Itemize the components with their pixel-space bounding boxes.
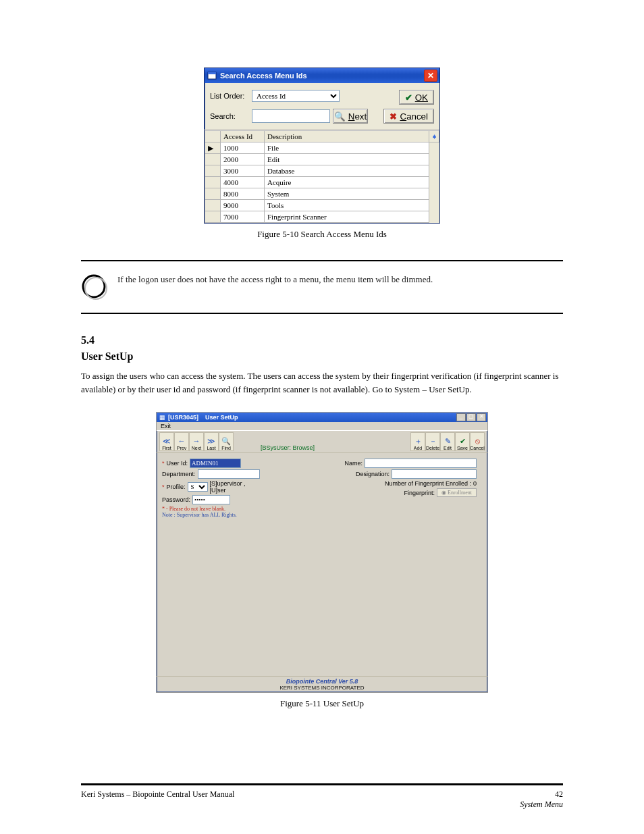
- check-icon: ✔: [405, 93, 412, 103]
- search-label: Search:: [210, 112, 248, 120]
- name-label: Name:: [344, 460, 363, 467]
- edit-icon: ✎: [445, 438, 451, 445]
- maximize-icon[interactable]: ▢: [466, 413, 476, 421]
- last-icon: ≫: [207, 438, 215, 445]
- password-field[interactable]: [192, 495, 230, 504]
- prev-icon: ←: [178, 438, 186, 445]
- prev-button[interactable]: ←Prev: [174, 432, 189, 451]
- save-button[interactable]: ✔Save: [455, 432, 470, 451]
- results-grid: Access Id Description ▴ ▾ ▶1000File 2000…: [205, 130, 439, 223]
- row-pointer-icon: ▶: [205, 142, 221, 154]
- designation-field[interactable]: [392, 469, 477, 479]
- table-row[interactable]: 8000System: [205, 188, 439, 200]
- note-text-lead: If the logon user does not have the acce…: [117, 274, 358, 284]
- fp-enrolled-value: 0: [473, 480, 477, 487]
- search-input[interactable]: [252, 109, 330, 123]
- page-footer: Keri Systems – Biopointe Central User Ma…: [81, 783, 563, 810]
- user-titlebar: ▦ [USR3045] User SetUp _ ▢ ✕: [157, 413, 487, 422]
- ok-button[interactable]: ✔ OK: [399, 90, 434, 105]
- note-text-tail: item will be dimmed.: [358, 274, 433, 284]
- section-number: 5.4: [81, 334, 563, 346]
- window-code: [USR3045]: [168, 414, 198, 421]
- scroll-down-icon[interactable]: ▾: [429, 132, 439, 142]
- status-bar: Biopointe Central Ver 5.8 KERI SYSTEMS I…: [157, 676, 487, 692]
- next-button[interactable]: →Next: [189, 432, 204, 451]
- list-order-label: List Order:: [210, 92, 248, 100]
- company-label: KERI SYSTEMS INCORPORATED: [157, 685, 487, 691]
- delete-icon: －: [429, 438, 437, 445]
- table-row[interactable]: 2000Edit: [205, 154, 439, 165]
- hint-supervisor: Note : Supervisor has ALL Rights.: [162, 512, 263, 518]
- menu-exit[interactable]: Exit: [157, 422, 487, 430]
- close-icon[interactable]: ✕: [477, 413, 486, 421]
- user-id-field[interactable]: [190, 459, 241, 468]
- check-icon: ✔: [460, 438, 466, 445]
- search-titlebar: Search Access Menu Ids ✕: [205, 68, 439, 83]
- table-row[interactable]: 7000Fingerprint Scanner: [205, 211, 439, 223]
- note-circle-icon: [81, 273, 108, 301]
- section-title: User SetUp: [81, 350, 563, 363]
- figure-user-setup: ▦ [USR3045] User SetUp _ ▢ ✕ Exit ≪First…: [81, 412, 563, 709]
- next-icon: →: [193, 438, 200, 445]
- list-order-select[interactable]: Access Id: [252, 90, 340, 102]
- window-title: User SetUp: [205, 414, 238, 421]
- enrollment-button[interactable]: ◉ Enrollment: [437, 488, 477, 497]
- close-icon[interactable]: ✕: [424, 70, 437, 82]
- mode-label: [BSysUser: Browse]: [234, 444, 410, 451]
- next-button[interactable]: 🔍 Next: [333, 109, 368, 124]
- designation-label: Designation:: [356, 471, 390, 477]
- hint-required: * - Please do not leave blank.: [162, 506, 263, 512]
- divider: [81, 313, 563, 314]
- footer-title: Keri Systems – Biopointe Central User Ma…: [81, 789, 234, 800]
- footer-section: System Menu: [520, 800, 563, 810]
- table-row[interactable]: 3000Database: [205, 165, 439, 177]
- note-callout: If the logon user does not have the acce…: [81, 273, 563, 301]
- profile-label: Profile:: [167, 484, 186, 490]
- search-access-window: Search Access Menu Ids ✕ List Order: Acc…: [204, 68, 440, 224]
- app-icon: [207, 71, 217, 80]
- figure-search-access: Search Access Menu Ids ✕ List Order: Acc…: [81, 68, 563, 240]
- first-icon: ≪: [163, 438, 171, 445]
- profile-select[interactable]: S: [188, 482, 208, 492]
- fp-enrolled-label: Number of Fingerprint Enrolled :: [385, 480, 471, 487]
- user-id-label: User Id:: [167, 460, 188, 467]
- password-label: Password:: [162, 496, 190, 503]
- first-button[interactable]: ≪First: [159, 432, 174, 451]
- section-body: To assign the users who can access the s…: [81, 369, 563, 396]
- fingerprint-label: Fingerprint:: [404, 490, 435, 496]
- table-row[interactable]: 9000Tools: [205, 200, 439, 211]
- cancel-button[interactable]: ⦸Cancel: [470, 432, 485, 451]
- svg-rect-1: [208, 72, 216, 74]
- user-setup-window: ▦ [USR3045] User SetUp _ ▢ ✕ Exit ≪First…: [156, 412, 488, 693]
- department-field[interactable]: [198, 469, 260, 479]
- find-button[interactable]: 🔍Find: [219, 432, 234, 451]
- table-row[interactable]: ▶1000File: [205, 142, 439, 154]
- empty-area: [157, 521, 487, 676]
- department-label: Department:: [162, 471, 196, 477]
- search-window-title: Search Access Menu Ids: [220, 72, 307, 80]
- row-selector-header: [205, 131, 221, 142]
- name-field[interactable]: [365, 459, 477, 468]
- app-icon: ▦: [159, 414, 165, 421]
- toolbar: ≪First ←Prev →Next ≫Last 🔍Find [BSysUser…: [157, 430, 487, 453]
- find-icon: 🔍: [221, 438, 231, 445]
- cancel-icon: ⦸: [475, 438, 480, 445]
- add-icon: ＋: [414, 438, 422, 445]
- x-icon: ✖: [390, 111, 397, 122]
- table-row[interactable]: 4000Acquire: [205, 177, 439, 188]
- delete-button[interactable]: －Delete: [425, 432, 440, 451]
- last-button[interactable]: ≫Last: [204, 432, 219, 451]
- search-icon: 🔍: [334, 111, 346, 122]
- edit-button[interactable]: ✎Edit: [440, 432, 455, 451]
- col-description[interactable]: Description: [265, 131, 429, 142]
- footer-page: 42: [555, 789, 563, 800]
- fingerprint-icon: ◉: [441, 490, 446, 496]
- product-label: Biopointe Central Ver 5.8: [157, 678, 487, 685]
- cancel-button[interactable]: ✖ Cancel: [383, 109, 434, 124]
- add-button[interactable]: ＋Add: [410, 432, 425, 451]
- profile-hint: [S]upervisor , [U]ser: [210, 480, 263, 494]
- divider: [81, 260, 563, 261]
- figure-caption: Figure 5-11 User SetUp: [81, 698, 563, 709]
- col-access-id[interactable]: Access Id: [221, 131, 265, 142]
- minimize-icon[interactable]: _: [456, 413, 466, 421]
